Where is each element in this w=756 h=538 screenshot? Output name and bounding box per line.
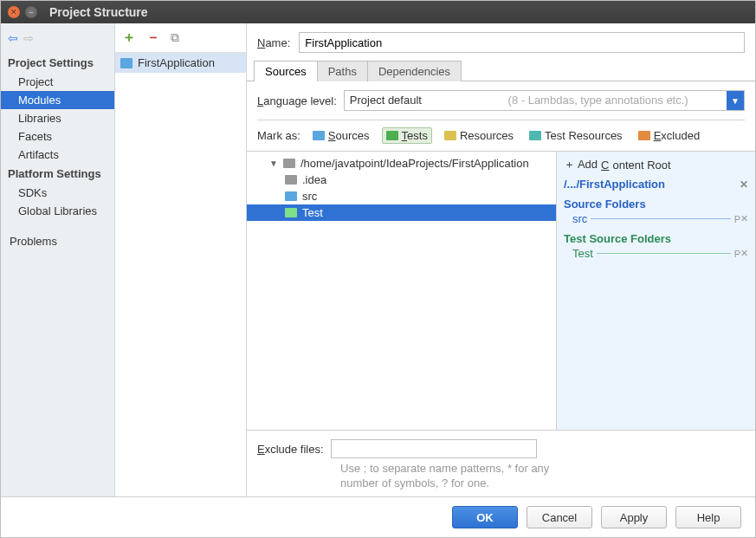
close-icon[interactable]: ✕	[740, 178, 748, 191]
mark-resources-button[interactable]: Resources	[441, 128, 517, 143]
content-root-panel: ＋ Add Content Root /.../FirstApplication…	[556, 152, 755, 430]
content-root-path[interactable]: /.../FirstApplication ✕	[564, 176, 748, 192]
add-module-icon[interactable]: ＋	[122, 29, 136, 47]
folder-icon	[285, 191, 297, 201]
tree-item-label: Test	[302, 206, 323, 219]
window-minimize-icon[interactable]: –	[25, 6, 37, 18]
copy-module-icon[interactable]: ⧉	[171, 30, 179, 45]
test-source-folder-item[interactable]: Test P ✕	[564, 247, 748, 262]
edit-icon[interactable]: P	[734, 214, 740, 224]
folder-icon	[529, 131, 541, 140]
language-level-select[interactable]: Project default (8 - Lambdas, type annot…	[344, 90, 745, 111]
sidebar-heading-platform: Platform Settings	[1, 164, 114, 184]
sidebar-item-project[interactable]: Project	[1, 73, 114, 91]
mark-sources-button[interactable]: Sources	[309, 128, 373, 143]
language-level-hint: (8 - Lambdas, type annotations etc.)	[425, 90, 688, 107]
sidebar-heading-project: Project Settings	[1, 53, 114, 73]
source-folder-item[interactable]: src P ✕	[564, 212, 748, 227]
forward-icon[interactable]: ⇨	[23, 31, 34, 45]
exclude-files-hint: Use ; to separate name patterns, * for a…	[257, 458, 552, 491]
tree-item-label: .idea	[302, 173, 326, 186]
tree-expand-icon[interactable]: ▼	[269, 159, 278, 168]
folder-tree[interactable]: ▼ /home/javatpoint/IdeaProjects/FirstApp…	[247, 152, 556, 430]
folder-icon	[386, 131, 398, 140]
module-item[interactable]: FirstApplication	[115, 53, 246, 73]
module-item-label: FirstApplication	[138, 56, 215, 69]
source-folders-heading: Source Folders	[564, 192, 748, 212]
detail-tabs: Sources Paths Dependencies	[247, 60, 755, 81]
sidebar-item-global-libraries[interactable]: Global Libraries	[1, 202, 114, 220]
mark-tests-button[interactable]: Tests	[382, 127, 432, 144]
close-icon[interactable]: ✕	[740, 248, 748, 259]
exclude-files-label: Exclude files:	[257, 443, 324, 456]
sidebar-item-artifacts[interactable]: Artifacts	[1, 146, 114, 164]
tab-paths[interactable]: Paths	[317, 61, 368, 81]
module-name-input[interactable]	[299, 32, 745, 53]
language-level-label: Language level:	[257, 94, 337, 107]
tree-root-label: /home/javatpoint/IdeaProjects/FirstAppli…	[300, 157, 529, 170]
back-icon[interactable]: ⇦	[8, 31, 18, 45]
tab-dependencies[interactable]: Dependencies	[367, 61, 462, 81]
module-list: ＋ － ⧉ FirstApplication	[115, 23, 247, 496]
language-level-value: Project default	[350, 94, 422, 107]
mark-test-resources-button[interactable]: Test Resources	[526, 128, 626, 143]
sidebar-item-libraries[interactable]: Libraries	[1, 109, 114, 127]
folder-icon	[444, 131, 456, 140]
help-button[interactable]: Help	[675, 506, 741, 528]
add-content-root-button[interactable]: ＋ Add Content Root	[564, 155, 748, 176]
tree-item-src[interactable]: src	[247, 188, 556, 204]
title-bar: ✕ – Project Structure	[1, 1, 755, 23]
window-close-icon[interactable]: ✕	[8, 6, 20, 18]
module-detail: Name: Sources Paths Dependencies Languag…	[247, 23, 755, 496]
exclude-files-input[interactable]	[331, 439, 537, 458]
tree-item-idea[interactable]: .idea	[247, 172, 556, 188]
close-icon[interactable]: ✕	[740, 213, 748, 224]
tree-item-label: src	[302, 190, 317, 203]
folder-icon	[313, 131, 325, 140]
tab-sources[interactable]: Sources	[254, 61, 318, 81]
sidebar-item-sdks[interactable]: SDKs	[1, 184, 114, 202]
window-title: Project Structure	[49, 5, 148, 19]
folder-icon	[638, 131, 650, 140]
mark-excluded-button[interactable]: Excluded	[635, 128, 703, 143]
cancel-button[interactable]: Cancel	[527, 506, 592, 528]
dialog-buttons: OK Cancel Apply Help	[1, 496, 755, 537]
tree-root[interactable]: ▼ /home/javatpoint/IdeaProjects/FirstApp…	[247, 155, 556, 172]
edit-icon[interactable]: P	[734, 249, 740, 259]
folder-icon	[285, 208, 297, 217]
category-sidebar: ⇦ ⇨ Project Settings Project Modules Lib…	[1, 23, 115, 496]
mark-as-label: Mark as:	[257, 129, 300, 142]
module-icon	[120, 58, 132, 68]
ok-button[interactable]: OK	[452, 506, 518, 528]
folder-icon	[285, 175, 297, 185]
apply-button[interactable]: Apply	[601, 506, 667, 528]
sidebar-item-facets[interactable]: Facets	[1, 127, 114, 146]
test-source-folders-heading: Test Source Folders	[564, 227, 748, 247]
sidebar-item-problems[interactable]: Problems	[1, 232, 114, 250]
folder-icon	[283, 159, 295, 168]
tree-item-test[interactable]: Test	[247, 204, 556, 221]
sidebar-item-modules[interactable]: Modules	[1, 91, 114, 109]
name-label: Name:	[257, 36, 290, 49]
chevron-down-icon[interactable]: ▼	[727, 91, 744, 110]
remove-module-icon[interactable]: －	[146, 29, 160, 47]
